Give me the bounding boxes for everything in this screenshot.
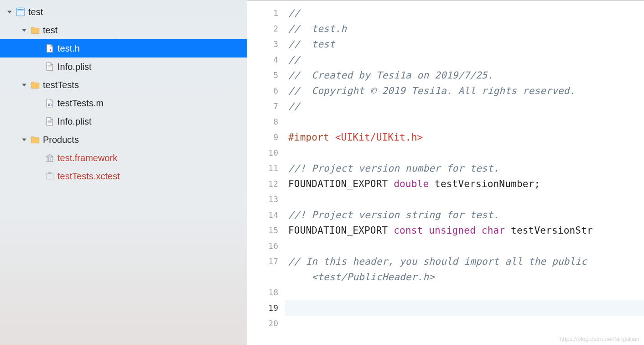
token: double xyxy=(394,178,429,189)
token: <test/PublicHeader.h> xyxy=(288,272,435,282)
token: testVersionStr xyxy=(505,225,593,236)
line-number: 1 xyxy=(247,5,278,21)
line-number: 17 xyxy=(247,254,278,269)
tree-row-file-ttm[interactable]: mtestTests.m xyxy=(0,94,247,112)
code-line[interactable]: // xyxy=(288,5,644,21)
code-line[interactable]: #import <UIKit/UIKit.h> xyxy=(288,130,644,145)
tree-row-grp-products[interactable]: Products xyxy=(0,131,247,149)
tree-item-label: test.h xyxy=(57,43,80,54)
m-icon: m xyxy=(45,98,55,108)
disclosure-triangle-icon xyxy=(36,118,42,125)
token: char xyxy=(482,225,505,236)
disclosure-triangle-icon xyxy=(36,45,42,52)
line-number: 5 xyxy=(247,68,278,83)
tree-row-file-testh[interactable]: htest.h xyxy=(0,39,247,58)
tree-item-label: test.framework xyxy=(57,153,117,163)
tree-item-label: Products xyxy=(43,135,79,145)
code-line[interactable]: // Copyright © 2019 Tesi1a. All rights r… xyxy=(288,83,644,99)
folder-icon xyxy=(30,25,40,35)
token: const xyxy=(394,225,423,236)
token: // xyxy=(288,54,300,65)
code-line[interactable]: // xyxy=(288,52,644,68)
token xyxy=(476,225,482,236)
code-area[interactable]: //// test.h// test//// Created by Tesi1a… xyxy=(285,0,644,345)
line-number: 19 xyxy=(247,300,278,316)
project-icon xyxy=(16,7,26,17)
token: //! Project version number for test. xyxy=(288,163,499,174)
token: // In this header, you should import all… xyxy=(288,256,593,267)
framework-icon xyxy=(45,153,55,163)
line-number: 10 xyxy=(247,145,278,161)
line-number: 3 xyxy=(247,37,278,52)
code-line[interactable]: //! Project version number for test. xyxy=(288,161,644,176)
token: <UIKit/UIKit.h> xyxy=(335,132,423,143)
line-number: 18 xyxy=(247,285,278,300)
tree-row-prod-fw[interactable]: test.framework xyxy=(0,149,247,167)
line-number: 13 xyxy=(247,192,278,207)
folder-icon xyxy=(30,80,40,90)
tree-row-file-info2[interactable]: Info.plist xyxy=(0,112,247,131)
disclosure-triangle-icon[interactable] xyxy=(21,136,27,143)
svg-rect-18 xyxy=(46,173,53,179)
disclosure-triangle-icon xyxy=(36,63,42,70)
code-line[interactable] xyxy=(288,300,644,316)
line-number xyxy=(247,269,278,285)
code-line[interactable]: // test.h xyxy=(288,21,644,37)
line-number: 9 xyxy=(247,130,278,145)
plist-icon xyxy=(45,116,55,126)
project-navigator[interactable]: testtesthtest.hInfo.plisttestTestsmtestT… xyxy=(0,0,247,345)
line-number: 8 xyxy=(247,114,278,130)
line-number: 16 xyxy=(247,238,278,254)
token: testVersionNumber; xyxy=(429,178,540,189)
token: FOUNDATION_EXPORT xyxy=(288,178,394,189)
svg-rect-1 xyxy=(17,9,23,10)
disclosure-triangle-icon[interactable] xyxy=(6,9,13,15)
tree-item-label: testTests.xctest xyxy=(57,171,120,182)
tree-row-grp-test[interactable]: test xyxy=(0,21,247,39)
svg-text:m: m xyxy=(48,101,52,107)
token: // test.h xyxy=(288,23,347,34)
xctest-icon xyxy=(45,171,55,181)
plist-icon xyxy=(45,62,55,72)
code-line[interactable]: // test xyxy=(288,37,644,52)
code-line[interactable]: // Created by Tesi1a on 2019/7/25. xyxy=(288,68,644,83)
tree-row-prod-xctest[interactable]: testTests.xctest xyxy=(0,167,247,185)
token: // Created by Tesi1a on 2019/7/25. xyxy=(288,70,493,81)
token: // xyxy=(288,101,300,112)
code-line[interactable] xyxy=(288,114,644,130)
disclosure-triangle-icon xyxy=(36,173,42,179)
tree-item-label: testTests.m xyxy=(57,98,104,109)
token: //! Project version string for test. xyxy=(288,209,499,220)
line-number: 12 xyxy=(247,176,278,192)
line-number: 20 xyxy=(247,316,278,331)
line-number: 7 xyxy=(247,99,278,114)
tree-item-label: Info.plist xyxy=(57,116,91,127)
code-line[interactable] xyxy=(288,285,644,300)
disclosure-triangle-icon[interactable] xyxy=(21,82,27,88)
code-line[interactable]: // xyxy=(288,99,644,114)
tree-item-label: test xyxy=(43,25,57,36)
code-line[interactable] xyxy=(288,316,644,331)
token: unsigned xyxy=(429,225,476,236)
code-line[interactable]: // In this header, you should import all… xyxy=(288,254,644,269)
token: #import xyxy=(288,132,335,143)
code-line[interactable]: //! Project version string for test. xyxy=(288,207,644,223)
code-line[interactable] xyxy=(288,145,644,161)
code-line[interactable] xyxy=(288,192,644,207)
line-number: 11 xyxy=(247,161,278,176)
tree-row-grp-testtests[interactable]: testTests xyxy=(0,76,247,94)
token: // xyxy=(288,8,300,19)
tree-item-label: test xyxy=(28,7,43,17)
code-line[interactable] xyxy=(288,238,644,254)
source-editor[interactable]: 1234567891011121314151617181920 //// tes… xyxy=(247,0,644,345)
code-line[interactable]: FOUNDATION_EXPORT const unsigned char te… xyxy=(288,223,644,238)
tree-row-root[interactable]: test xyxy=(0,3,247,21)
line-number: 4 xyxy=(247,52,278,68)
token xyxy=(423,225,429,236)
code-line[interactable]: FOUNDATION_EXPORT double testVersionNumb… xyxy=(288,176,644,192)
disclosure-triangle-icon xyxy=(36,100,42,106)
disclosure-triangle-icon[interactable] xyxy=(21,27,27,33)
code-line[interactable]: <test/PublicHeader.h> xyxy=(288,269,644,285)
tree-row-file-info1[interactable]: Info.plist xyxy=(0,58,247,76)
h-icon: h xyxy=(45,43,55,53)
